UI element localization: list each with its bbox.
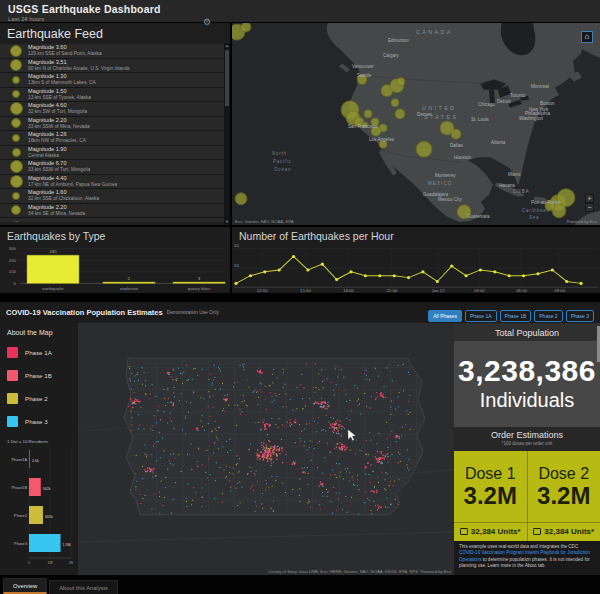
zoom-in-button[interactable]: +: [585, 194, 594, 203]
svg-text:1M: 1M: [48, 561, 53, 565]
magnitude-dot: [11, 205, 21, 215]
feed-scrollbar[interactable]: ▲ ▼: [224, 43, 230, 225]
dose-2-value: 3.2M: [537, 484, 590, 508]
svg-text:Ocean: Ocean: [274, 167, 291, 172]
earthquake-feed-list[interactable]: Magnitude 3.60129 km SSE of Sand Point, …: [0, 44, 224, 222]
magnitude-dot-icon: [4, 76, 28, 84]
covid-vaccination-dashboard: COVID-19 Vaccination Population Estimate…: [0, 302, 600, 594]
svg-text:Port-au-Prince: Port-au-Prince: [531, 200, 561, 205]
svg-text:0: 0: [14, 281, 17, 286]
legend-swatch-icon: [7, 416, 18, 427]
feed-item-location: 13km S of Mammoth Lakes, CA: [28, 80, 96, 86]
about-the-map-sidebar: About the Map Phase 1APhase 1BPhase 2Pha…: [0, 323, 78, 575]
magnitude-dot-icon: [4, 175, 28, 188]
disclaimer-text: This example uses real-world data and in…: [454, 541, 600, 575]
feed-item[interactable]: Magnitude 1.2616km NW of Pinnacles, CA: [0, 131, 224, 146]
map-zoom-control: + −: [585, 194, 594, 212]
feed-item[interactable]: Magnitude 4.6032 km SW of Turt, Mongolia: [0, 102, 224, 117]
svg-text:3: 3: [198, 276, 201, 281]
phase-button-phase-1a[interactable]: Phase 1A: [465, 310, 497, 322]
magnitude-dot: [10, 102, 23, 115]
iowa-vaccination-map[interactable]: County of Story, Iowa DNR, Esri, HERE, G…: [78, 323, 454, 575]
feed-item[interactable]: Magnitude 1.90Central Alaska: [0, 146, 224, 161]
svg-text:100: 100: [9, 269, 17, 274]
svg-text:Montreal: Montreal: [531, 84, 549, 89]
scrollbar-thumb[interactable]: [225, 50, 229, 106]
svg-text:1.5M: 1.5M: [63, 543, 71, 547]
feed-item[interactable]: Magnitude 4.4017 km NE of Ambunti, Papua…: [0, 175, 224, 190]
phase-population-bar-chart[interactable]: Phase1A2.0kPhase1B562kPhase2665kPhase31.…: [7, 446, 73, 570]
svg-text:0: 0: [28, 561, 30, 565]
svg-text:18:00: 18:00: [343, 288, 354, 293]
svg-text:Edmonton: Edmonton: [388, 38, 409, 43]
feed-item[interactable]: Magnitude 2.2033 km SSW of Mina, Nevada: [0, 117, 224, 132]
phase-chart-title: 1 Dot = 10 Residents: [7, 439, 74, 444]
earthquake-map[interactable]: CANADAEdmontonCalgaryVancouverSeattleUNI…: [232, 23, 600, 225]
tab-about-this-analysis[interactable]: About this Analysis: [49, 580, 118, 594]
tab-overview[interactable]: Overview: [3, 578, 47, 594]
magnitude-dot: [10, 45, 22, 57]
phase-button-phase-3[interactable]: Phase 3: [566, 310, 594, 322]
feed-item-magnitude: Magnitude 0.66: [28, 221, 67, 222]
svg-text:Phase3: Phase3: [14, 542, 27, 546]
phase-button-all-phases[interactable]: All Phases: [428, 310, 462, 322]
magnitude-dot-icon: [4, 118, 28, 128]
phase-button-phase-1b[interactable]: Phase 1B: [500, 310, 532, 322]
feed-item[interactable]: Magnitude 6.7033 km SSW of Turt, Mongoli…: [0, 160, 224, 175]
feed-item-text: Magnitude 2.2033 km SSW of Mina, Nevada: [28, 117, 90, 130]
legend-label: Phase 3: [25, 418, 48, 425]
svg-text:Phase2: Phase2: [14, 514, 27, 518]
earthquake-map-canvas[interactable]: CANADAEdmontonCalgaryVancouverSeattleUNI…: [232, 23, 600, 225]
by-type-bar-chart[interactable]: 0100200300245earthquake2explosion3quarry…: [0, 243, 230, 293]
feed-item-magnitude: Magnitude 3.60: [28, 44, 102, 51]
feed-item-magnitude: Magnitude 4.40: [28, 175, 117, 182]
feed-item[interactable]: Magnitude 1.5013 km SSE of Tyonek, Alask…: [0, 88, 224, 103]
svg-text:Pacific: Pacific: [273, 159, 292, 164]
screenshot-root: USGS Earthquake Dashboard Last 24 hours …: [0, 0, 600, 594]
zoom-out-button[interactable]: −: [585, 203, 594, 212]
magnitude-dot-icon: [4, 160, 28, 173]
feed-item[interactable]: Magnitude 3.60129 km SSE of Sand Point, …: [0, 44, 224, 59]
feed-item[interactable]: Magnitude 2.2034 km SE of Mina, Nevada: [0, 204, 224, 219]
feed-item-text: Magnitude 1.2616km NW of Pinnacles, CA: [28, 131, 86, 144]
magnitude-dot: [13, 221, 20, 222]
earthquakes-per-hour-panel: Number of Earthquakes per Hour 12:0015:0…: [232, 227, 600, 293]
legend-item-phase-1a: Phase 1A: [7, 347, 74, 358]
per-hour-line-chart[interactable]: 12:0015:0018:0021:00Jun 1203:0006:0009:0…: [232, 243, 600, 293]
phase-button-phase-2[interactable]: Phase 2: [534, 310, 562, 322]
feed-item[interactable]: Magnitude 0.66: [0, 218, 224, 222]
feed-item-text: Magnitude 4.4017 km NE of Ambunti, Papua…: [28, 175, 117, 188]
legend-item-phase-1b: Phase 1B: [7, 370, 74, 381]
magnitude-dot-icon: [4, 102, 28, 115]
per-hour-chart-title: Number of Earthquakes per Hour: [232, 227, 600, 243]
svg-text:Toronto: Toronto: [510, 93, 526, 98]
svg-text:Mexico City: Mexico City: [438, 197, 462, 202]
feed-item-text: Magnitude 1.90Central Alaska: [28, 146, 67, 159]
feed-item-location: 16km NW of Pinnacles, CA: [28, 138, 86, 144]
scroll-up-icon[interactable]: ▲: [225, 43, 229, 49]
dashboard-divider: [0, 293, 600, 302]
home-extent-button[interactable]: ⌂: [581, 31, 593, 43]
magnitude-dot-icon: [4, 148, 28, 157]
magnitude-dot-icon: [4, 192, 28, 200]
svg-text:03:00: 03:00: [474, 288, 485, 293]
svg-text:12:00: 12:00: [257, 288, 268, 293]
scroll-down-icon[interactable]: ▼: [225, 219, 229, 225]
eq-dashboard-subtitle: Last 24 hours: [8, 16, 600, 22]
svg-text:2: 2: [128, 276, 131, 281]
svg-text:Guatemala: Guatemala: [467, 214, 490, 219]
dose-1-value: 3.2M: [464, 484, 517, 508]
feed-item-location: 129 km SSE of Sand Point, Alaska: [28, 51, 102, 57]
total-population-unit: Individuals: [454, 389, 600, 412]
feed-item[interactable]: Magnitude 3.5190 km N of Charlotte Amali…: [0, 59, 224, 74]
magnitude-dot: [10, 59, 22, 71]
svg-text:Sea: Sea: [529, 215, 539, 220]
iowa-map-canvas[interactable]: [78, 323, 454, 575]
feed-item[interactable]: Magnitude 1.3013km S of Mammoth Lakes, C…: [0, 73, 224, 88]
feed-item-location: 32 km SSE of Chickaloon, Alaska: [28, 196, 99, 202]
feed-item[interactable]: Magnitude 1.6032 km SSE of Chickaloon, A…: [0, 189, 224, 204]
feed-item-location: 17 km NE of Ambunti, Papua New Guinea: [28, 182, 117, 188]
gear-icon[interactable]: ⚙: [203, 17, 211, 27]
dose-1-block: Dose 1 3.2M 32,384 Units*: [454, 451, 528, 541]
dose-2-top: Dose 2 3.2M: [528, 451, 600, 522]
